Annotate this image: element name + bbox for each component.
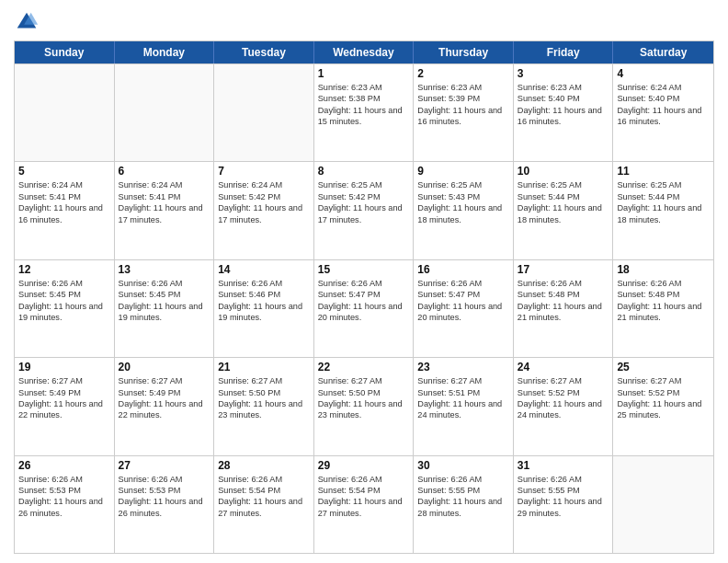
sunset-text: Sunset: 5:52 PM — [617, 387, 710, 398]
daylight-text: Daylight: 11 hours and 19 minutes. — [18, 301, 110, 324]
sunset-text: Sunset: 5:41 PM — [119, 191, 210, 202]
day-number: 5 — [18, 165, 110, 178]
sunset-text: Sunset: 5:51 PM — [417, 387, 509, 398]
day-number: 22 — [318, 361, 410, 373]
sunrise-text: Sunrise: 6:26 AM — [417, 278, 509, 289]
day-number: 17 — [518, 263, 609, 276]
calendar: SundayMondayTuesdayWednesdayThursdayFrid… — [14, 40, 714, 554]
sunrise-text: Sunrise: 6:26 AM — [18, 278, 110, 289]
calendar-cell-24: 24Sunrise: 6:27 AMSunset: 5:52 PMDayligh… — [514, 358, 614, 454]
sunset-text: Sunset: 5:40 PM — [617, 93, 710, 104]
day-number: 31 — [518, 459, 609, 472]
calendar-row-2: 12Sunrise: 6:26 AMSunset: 5:45 PMDayligh… — [15, 259, 713, 357]
calendar-cell-27: 27Sunrise: 6:26 AMSunset: 5:53 PMDayligh… — [115, 456, 215, 553]
day-number: 21 — [218, 361, 310, 373]
sunset-text: Sunset: 5:49 PM — [119, 387, 210, 398]
sunset-text: Sunset: 5:41 PM — [18, 191, 110, 202]
calendar-cell-5: 5Sunrise: 6:24 AMSunset: 5:41 PMDaylight… — [15, 162, 115, 259]
daylight-text: Daylight: 11 hours and 19 minutes. — [119, 301, 210, 324]
calendar-cell-8: 8Sunrise: 6:25 AMSunset: 5:42 PMDaylight… — [314, 162, 415, 259]
sunset-text: Sunset: 5:43 PM — [417, 191, 509, 202]
calendar-cell-empty-0-0 — [15, 64, 115, 161]
calendar-cell-10: 10Sunrise: 6:25 AMSunset: 5:44 PMDayligh… — [514, 162, 614, 259]
day-number: 9 — [417, 165, 509, 178]
calendar-cell-12: 12Sunrise: 6:26 AMSunset: 5:45 PMDayligh… — [15, 260, 115, 357]
day-number: 29 — [318, 459, 410, 472]
day-number: 15 — [318, 263, 410, 276]
calendar-cell-18: 18Sunrise: 6:26 AMSunset: 5:48 PMDayligh… — [613, 260, 713, 357]
sunrise-text: Sunrise: 6:24 AM — [218, 179, 310, 190]
sunrise-text: Sunrise: 6:27 AM — [617, 375, 710, 386]
daylight-text: Daylight: 11 hours and 24 minutes. — [417, 398, 509, 421]
sunrise-text: Sunrise: 6:26 AM — [119, 278, 210, 289]
day-number: 13 — [119, 263, 210, 276]
calendar-cell-26: 26Sunrise: 6:26 AMSunset: 5:53 PMDayligh… — [15, 456, 115, 553]
daylight-text: Daylight: 11 hours and 18 minutes. — [417, 202, 509, 225]
calendar-cell-21: 21Sunrise: 6:27 AMSunset: 5:50 PMDayligh… — [214, 358, 314, 454]
day-number: 6 — [119, 165, 210, 178]
daylight-text: Daylight: 11 hours and 18 minutes. — [518, 202, 609, 225]
sunrise-text: Sunrise: 6:27 AM — [417, 375, 509, 386]
sunset-text: Sunset: 5:49 PM — [18, 387, 110, 398]
sunset-text: Sunset: 5:50 PM — [218, 387, 310, 398]
sunset-text: Sunset: 5:44 PM — [617, 191, 710, 202]
daylight-text: Daylight: 11 hours and 22 minutes. — [119, 398, 210, 421]
daylight-text: Daylight: 11 hours and 17 minutes. — [318, 202, 410, 225]
sunrise-text: Sunrise: 6:27 AM — [218, 375, 310, 386]
calendar-cell-11: 11Sunrise: 6:25 AMSunset: 5:44 PMDayligh… — [613, 162, 713, 259]
day-number: 11 — [617, 165, 710, 178]
sunrise-text: Sunrise: 6:24 AM — [18, 179, 110, 190]
daylight-text: Daylight: 11 hours and 27 minutes. — [218, 496, 310, 519]
calendar-body: 1Sunrise: 6:23 AMSunset: 5:38 PMDaylight… — [15, 63, 713, 553]
daylight-text: Daylight: 11 hours and 25 minutes. — [617, 398, 710, 421]
calendar-row-1: 5Sunrise: 6:24 AMSunset: 5:41 PMDaylight… — [15, 161, 713, 259]
sunrise-text: Sunrise: 6:23 AM — [518, 82, 609, 93]
sunset-text: Sunset: 5:54 PM — [318, 485, 410, 496]
day-number: 7 — [218, 165, 310, 178]
sunrise-text: Sunrise: 6:26 AM — [318, 278, 410, 289]
day-number: 30 — [417, 459, 509, 472]
calendar-cell-empty-0-1 — [115, 64, 215, 161]
sunrise-text: Sunrise: 6:26 AM — [518, 278, 609, 289]
calendar-cell-23: 23Sunrise: 6:27 AMSunset: 5:51 PMDayligh… — [414, 358, 514, 454]
daylight-text: Daylight: 11 hours and 28 minutes. — [417, 496, 509, 519]
day-number: 10 — [518, 165, 609, 178]
weekday-header-saturday: Saturday — [613, 41, 713, 63]
sunset-text: Sunset: 5:38 PM — [318, 93, 410, 104]
daylight-text: Daylight: 11 hours and 20 minutes. — [318, 301, 410, 324]
sunrise-text: Sunrise: 6:26 AM — [18, 474, 110, 485]
sunset-text: Sunset: 5:47 PM — [417, 289, 509, 300]
weekday-header-monday: Monday — [115, 41, 215, 63]
calendar-cell-3: 3Sunrise: 6:23 AMSunset: 5:40 PMDaylight… — [514, 64, 614, 161]
sunset-text: Sunset: 5:55 PM — [417, 485, 509, 496]
daylight-text: Daylight: 11 hours and 26 minutes. — [119, 496, 210, 519]
sunset-text: Sunset: 5:45 PM — [18, 289, 110, 300]
day-number: 27 — [119, 459, 210, 472]
sunrise-text: Sunrise: 6:24 AM — [617, 82, 710, 93]
sunset-text: Sunset: 5:48 PM — [617, 289, 710, 300]
sunrise-text: Sunrise: 6:26 AM — [318, 474, 410, 485]
calendar-cell-29: 29Sunrise: 6:26 AMSunset: 5:54 PMDayligh… — [314, 456, 415, 553]
daylight-text: Daylight: 11 hours and 17 minutes. — [119, 202, 210, 225]
sunrise-text: Sunrise: 6:25 AM — [318, 179, 410, 190]
daylight-text: Daylight: 11 hours and 16 minutes. — [417, 105, 509, 128]
day-number: 3 — [518, 67, 609, 80]
daylight-text: Daylight: 11 hours and 29 minutes. — [518, 496, 609, 519]
daylight-text: Daylight: 11 hours and 17 minutes. — [218, 202, 310, 225]
day-number: 20 — [119, 361, 210, 373]
weekday-header-sunday: Sunday — [15, 41, 115, 63]
day-number: 8 — [318, 165, 410, 178]
day-number: 1 — [318, 67, 410, 80]
day-number: 25 — [617, 361, 710, 373]
calendar-cell-30: 30Sunrise: 6:26 AMSunset: 5:55 PMDayligh… — [414, 456, 514, 553]
day-number: 16 — [417, 263, 509, 276]
calendar-cell-20: 20Sunrise: 6:27 AMSunset: 5:49 PMDayligh… — [115, 358, 215, 454]
daylight-text: Daylight: 11 hours and 16 minutes. — [617, 105, 710, 128]
day-number: 23 — [417, 361, 509, 373]
sunset-text: Sunset: 5:50 PM — [318, 387, 410, 398]
daylight-text: Daylight: 11 hours and 26 minutes. — [18, 496, 110, 519]
calendar-cell-25: 25Sunrise: 6:27 AMSunset: 5:52 PMDayligh… — [613, 358, 713, 454]
sunrise-text: Sunrise: 6:26 AM — [218, 474, 310, 485]
calendar-row-3: 19Sunrise: 6:27 AMSunset: 5:49 PMDayligh… — [15, 357, 713, 454]
sunrise-text: Sunrise: 6:26 AM — [617, 278, 710, 289]
